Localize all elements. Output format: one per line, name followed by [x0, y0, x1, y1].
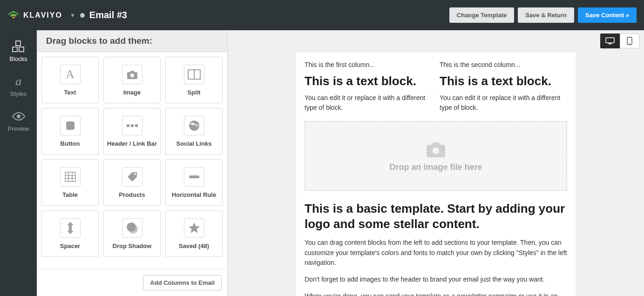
panel-heading: Drag blocks to add them: — [37, 30, 227, 52]
sidebar-item-styles[interactable]: a Styles — [10, 75, 27, 97]
svg-point-4 — [130, 74, 134, 77]
block-image[interactable]: Image — [103, 57, 161, 103]
image-dropzone[interactable]: Drop an image file here — [305, 121, 567, 191]
styles-icon: a — [12, 75, 26, 87]
two-column-row: This is the first column... This is a te… — [305, 61, 567, 113]
hr-icon — [184, 167, 204, 187]
change-template-button[interactable]: Change Template — [449, 7, 514, 23]
svg-rect-7 — [66, 121, 75, 130]
block-social-links[interactable]: Social Links — [165, 108, 223, 155]
svg-rect-19 — [189, 175, 199, 178]
col2-hint: This is the second column... — [440, 61, 567, 68]
drop-shadow-icon — [122, 218, 142, 238]
star-icon — [184, 218, 204, 238]
svg-rect-8 — [127, 124, 129, 127]
sidebar-nav: Blocks a Styles Preview — [0, 30, 37, 296]
body-paragraph-3[interactable]: When you're done, you can send your temp… — [305, 291, 567, 296]
main-heading[interactable]: This is a basic template. Start by addin… — [305, 201, 567, 231]
sidebar-styles-label: Styles — [10, 90, 27, 97]
column-1[interactable]: This is the first column... This is a te… — [305, 61, 432, 113]
blocks-icon — [11, 40, 25, 53]
block-drop-shadow[interactable]: Drop Shadow — [103, 210, 161, 257]
dropzone-text: Drop an image file here — [389, 162, 482, 172]
body-paragraph-2[interactable]: Don't forget to add images to the header… — [305, 275, 567, 285]
block-products[interactable]: Products — [103, 159, 161, 206]
svg-rect-9 — [131, 124, 134, 127]
block-table[interactable]: Table — [41, 159, 99, 206]
app-header: KLAVIYO ▼ Email #3 Change Template Save … — [0, 0, 644, 30]
col1-text: You can edit it or replace it with a dif… — [305, 93, 432, 113]
title-area: ▼ Email #3 — [70, 10, 127, 20]
klaviyo-logo-icon — [7, 10, 20, 21]
camera-icon — [426, 140, 446, 158]
viewport-toggle — [600, 34, 639, 48]
image-icon — [122, 65, 142, 84]
dropdown-caret-icon[interactable]: ▼ — [70, 12, 75, 19]
mobile-icon — [627, 37, 632, 45]
svg-point-18 — [134, 173, 136, 175]
col1-hint: This is the first column... — [305, 61, 432, 68]
body-paragraph-1[interactable]: You can drag content blocks from the lef… — [305, 238, 567, 268]
status-dot-icon — [80, 13, 85, 18]
ellipsis-icon — [122, 116, 142, 135]
block-split[interactable]: Split — [165, 57, 223, 103]
brand-logo[interactable]: KLAVIYO — [7, 10, 62, 21]
column-2[interactable]: This is the second column... This is a t… — [440, 61, 567, 113]
svg-rect-22 — [606, 38, 614, 43]
block-spacer[interactable]: Spacer — [41, 210, 99, 257]
col2-title: This is a text block. — [440, 74, 567, 88]
svg-rect-13 — [65, 172, 75, 182]
canvas-area: This is the first column... This is a te… — [228, 30, 644, 296]
tag-icon — [122, 167, 142, 187]
svg-rect-1 — [13, 47, 17, 52]
mobile-view-button[interactable] — [620, 34, 639, 48]
col2-text: You can edit it or replace it with a dif… — [440, 93, 567, 113]
svg-point-3 — [17, 114, 20, 118]
svg-point-26 — [433, 148, 439, 154]
block-horizontal-rule[interactable]: Horizontal Rule — [165, 159, 223, 206]
sidebar-item-blocks[interactable]: Blocks — [9, 40, 27, 62]
email-title[interactable]: Email #3 — [89, 10, 127, 20]
save-content-button[interactable]: Save Content » — [578, 7, 637, 23]
svg-rect-23 — [609, 43, 611, 44]
block-header-link-bar[interactable]: Header / Link Bar — [103, 108, 161, 155]
add-columns-button[interactable]: Add Columns to Email — [143, 275, 222, 290]
sidebar-blocks-label: Blocks — [9, 55, 27, 62]
header-actions: Change Template Save & Return Save Conte… — [449, 7, 637, 23]
block-button[interactable]: Button — [41, 108, 99, 155]
sidebar-preview-label: Preview — [7, 125, 29, 132]
svg-rect-10 — [135, 124, 138, 127]
block-saved[interactable]: Saved (48) — [165, 210, 223, 257]
block-text[interactable]: A Text — [41, 57, 99, 103]
spacer-icon — [60, 218, 81, 238]
table-icon — [60, 167, 81, 187]
brand-text: KLAVIYO — [23, 11, 62, 20]
svg-rect-0 — [16, 41, 20, 46]
preview-icon — [12, 110, 26, 122]
desktop-view-button[interactable] — [600, 34, 620, 48]
blocks-panel: Drag blocks to add them: A Text Image Sp… — [37, 30, 228, 296]
header-left: KLAVIYO ▼ Email #3 — [7, 10, 127, 21]
email-canvas[interactable]: This is the first column... This is a te… — [296, 53, 576, 296]
svg-point-25 — [629, 43, 630, 44]
desktop-icon — [605, 37, 615, 45]
split-icon — [184, 65, 204, 84]
text-icon: A — [60, 65, 81, 84]
globe-icon — [184, 116, 204, 135]
col1-title: This is a text block. — [305, 74, 432, 88]
svg-rect-2 — [19, 47, 24, 52]
sidebar-item-preview[interactable]: Preview — [7, 110, 29, 132]
save-return-button[interactable]: Save & Return — [518, 7, 574, 23]
svg-point-12 — [192, 123, 194, 125]
svg-point-21 — [127, 222, 136, 232]
button-icon — [60, 116, 81, 135]
